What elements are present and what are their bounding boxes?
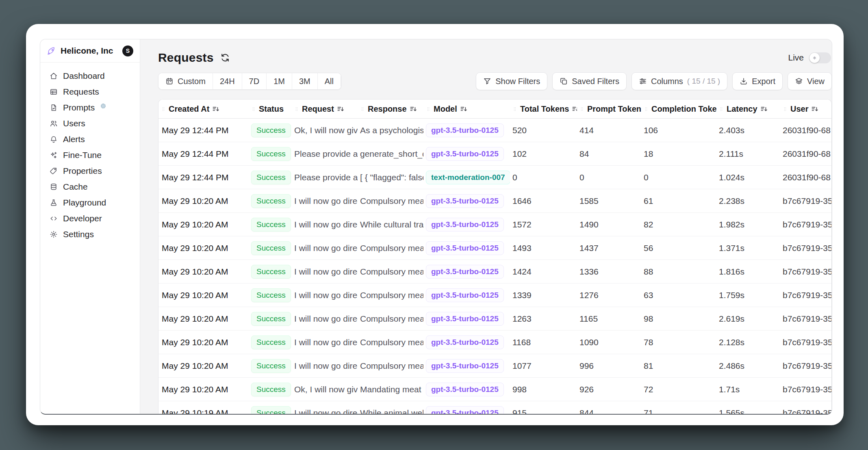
- table-row[interactable]: May 29 10:20 AM Success Ok, I will now g…: [158, 378, 832, 401]
- completion-tokens-cell: 106: [641, 119, 716, 142]
- model-badge: gpt-3.5-turbo-0125: [426, 241, 504, 255]
- column-header[interactable]: Model: [423, 100, 510, 119]
- table-row[interactable]: May 29 10:20 AM Success I will now go di…: [158, 213, 832, 236]
- column-header[interactable]: Total Tokens: [510, 100, 577, 119]
- toolbar-button-columns[interactable]: Columns ( 15 / 15 ): [631, 72, 727, 90]
- time-range-option-all[interactable]: All: [318, 73, 341, 89]
- prompt-tokens-cell: 844: [577, 401, 641, 414]
- column-header[interactable]: User: [780, 100, 832, 119]
- table-row[interactable]: May 29 10:20 AM Success I will now go di…: [158, 189, 832, 213]
- sort-icon[interactable]: [460, 105, 468, 113]
- column-label: Model: [434, 104, 457, 114]
- table-row[interactable]: May 29 10:20 AM Success I will now go di…: [158, 307, 832, 331]
- column-header[interactable]: Latency: [716, 100, 780, 119]
- live-toggle[interactable]: [809, 52, 831, 63]
- column-label: Completion Tokens: [651, 104, 716, 114]
- total-tokens-cell: 1424: [510, 260, 577, 283]
- live-label: Live: [788, 53, 804, 63]
- sort-icon[interactable]: [760, 105, 768, 113]
- response-cell: As a psychologist, ...: [358, 119, 423, 142]
- sort-icon[interactable]: [212, 105, 220, 113]
- time-range-option-3m[interactable]: 3M: [292, 73, 318, 89]
- table-row[interactable]: May 29 10:20 AM Success I will now go di…: [158, 354, 832, 378]
- toolbar-button-label: Show Filters: [495, 77, 540, 86]
- status-badge: Success: [251, 123, 291, 137]
- sort-icon[interactable]: [337, 105, 345, 113]
- latency-cell: 2.111s: [716, 142, 780, 166]
- request-cell: I will now go direct...: [292, 307, 358, 331]
- time-range-option-1m[interactable]: 1M: [267, 73, 292, 89]
- drag-handle-icon[interactable]: [161, 106, 166, 112]
- toolbar-button-icon: [740, 77, 748, 85]
- refresh-icon[interactable]: [220, 53, 230, 63]
- helicone-logo-rocket-icon: [47, 46, 56, 56]
- table-row[interactable]: May 29 10:20 AM Success I will now go di…: [158, 331, 832, 354]
- table-row[interactable]: May 29 12:44 PM Success Please provide a…: [158, 166, 832, 189]
- column-header[interactable]: Completion Tokens: [641, 100, 716, 119]
- status-cell: Success: [249, 307, 292, 331]
- helicone-app: Helicone, Inc S Dashboard Requests Promp…: [40, 39, 832, 415]
- sidebar-item-playground[interactable]: Playground: [46, 195, 135, 210]
- time-range-option-24h[interactable]: 24H: [213, 73, 242, 89]
- table-row[interactable]: May 29 10:20 AM Success I will now go di…: [158, 283, 832, 307]
- sort-icon[interactable]: [572, 105, 577, 113]
- request-cell: I will now go direct...: [292, 213, 358, 236]
- sidebar-item-label: Fine-Tune: [63, 150, 102, 160]
- created-at-cell: May 29 12:44 PM: [158, 142, 249, 166]
- toolbar-button-show-filters[interactable]: Show Filters: [476, 72, 547, 90]
- avatar[interactable]: S: [122, 45, 133, 56]
- latency-cell: 2.619s: [716, 307, 780, 331]
- drag-handle-icon[interactable]: [644, 106, 649, 112]
- sidebar-item-settings[interactable]: Settings: [46, 226, 135, 242]
- sidebar-item-users[interactable]: Users: [46, 115, 135, 131]
- latency-cell: 1.024s: [716, 166, 780, 189]
- sidebar-item-developer[interactable]: Developer: [46, 210, 135, 226]
- response-cell: Compulsory meat ...: [358, 260, 423, 283]
- toolbar-button-saved-filters[interactable]: Saved Filters: [552, 72, 627, 90]
- table-row[interactable]: May 29 10:19 AM Success I will now go di…: [158, 401, 832, 414]
- sidebar-item-icon: [50, 151, 58, 159]
- sidebar-item-prompts[interactable]: Prompts: [46, 100, 135, 115]
- sidebar-item-alerts[interactable]: Alerts: [46, 131, 135, 147]
- completion-tokens-cell: 18: [641, 142, 716, 166]
- drag-handle-icon[interactable]: [719, 106, 724, 112]
- time-range-label: 1M: [273, 77, 285, 86]
- org-switcher[interactable]: Helicone, Inc S: [40, 39, 140, 63]
- latency-cell: 2.238s: [716, 189, 780, 213]
- column-header[interactable]: Request: [292, 100, 358, 119]
- model-cell: gpt-3.5-turbo-0125: [423, 401, 510, 414]
- table-row[interactable]: May 29 12:44 PM Success Please provide a…: [158, 142, 832, 166]
- column-header[interactable]: Status: [249, 100, 292, 119]
- sidebar-item-fine-tune[interactable]: Fine-Tune: [46, 147, 135, 163]
- completion-tokens-cell: 72: [641, 378, 716, 401]
- table-row[interactable]: May 29 10:20 AM Success I will now go di…: [158, 260, 832, 283]
- drag-handle-icon[interactable]: [783, 106, 788, 112]
- toolbar-button-view[interactable]: View: [788, 72, 832, 90]
- request-cell: I will now go direct...: [292, 401, 358, 414]
- sidebar-item-dashboard[interactable]: Dashboard: [46, 68, 135, 84]
- time-range-option-custom[interactable]: Custom: [158, 73, 213, 89]
- drag-handle-icon[interactable]: [251, 106, 256, 112]
- sidebar-item-requests[interactable]: Requests: [46, 84, 135, 100]
- drag-handle-icon[interactable]: [426, 106, 431, 112]
- drag-handle-icon[interactable]: [512, 106, 517, 112]
- sidebar-item-properties[interactable]: Properties: [46, 163, 135, 179]
- column-label: Created At: [169, 104, 209, 114]
- drag-handle-icon[interactable]: [579, 106, 584, 112]
- drag-handle-icon[interactable]: [360, 106, 365, 112]
- column-header[interactable]: Created At: [158, 100, 249, 119]
- sidebar-item-cache[interactable]: Cache: [46, 179, 135, 195]
- table-row[interactable]: May 29 10:20 AM Success I will now go di…: [158, 236, 832, 260]
- toolbar-button-export[interactable]: Export: [732, 72, 783, 90]
- latency-cell: 1.759s: [716, 283, 780, 307]
- user-cell: b7c67919-35: [780, 354, 832, 378]
- column-label: Response: [368, 104, 407, 114]
- column-header[interactable]: Prompt Tokens: [577, 100, 641, 119]
- table-row[interactable]: May 29 12:44 PM Success Ok, I will now g…: [158, 119, 832, 142]
- column-header[interactable]: Response: [358, 100, 423, 119]
- latency-cell: 2.486s: [716, 354, 780, 378]
- drag-handle-icon[interactable]: [294, 106, 299, 112]
- sort-icon[interactable]: [410, 105, 417, 113]
- time-range-option-7d[interactable]: 7D: [242, 73, 267, 89]
- sort-icon[interactable]: [811, 105, 819, 113]
